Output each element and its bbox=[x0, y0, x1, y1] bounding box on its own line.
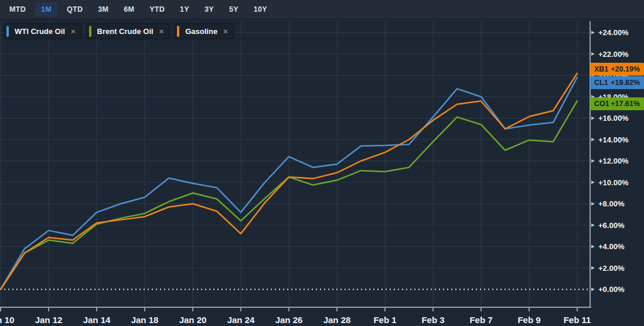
y-axis-label: +0.00% bbox=[598, 285, 625, 294]
y-axis-tick bbox=[591, 202, 595, 206]
legend-chip-co1[interactable]: Brent Crude Oil× bbox=[86, 23, 171, 39]
x-axis-label: Jan 26 bbox=[275, 315, 303, 325]
x-axis-label: Jan 10 bbox=[0, 315, 14, 325]
y-axis-tick bbox=[591, 117, 595, 120]
x-axis-label: Feb 11 bbox=[564, 315, 591, 325]
series-color-bar bbox=[177, 26, 179, 37]
legend-chip-label: WTI Crude Oil bbox=[15, 27, 65, 36]
x-axis-label: Feb 9 bbox=[517, 315, 540, 325]
remove-series-icon[interactable]: × bbox=[71, 27, 76, 36]
y-axis-tick bbox=[591, 181, 595, 184]
x-axis-label: Jan 12 bbox=[35, 315, 63, 325]
x-axis-label: Jan 28 bbox=[323, 315, 351, 325]
y-axis-tick bbox=[591, 288, 595, 291]
x-axis-label: Jan 24 bbox=[227, 315, 255, 325]
remove-series-icon[interactable]: × bbox=[223, 27, 228, 36]
y-axis-label: +8.00% bbox=[598, 199, 625, 208]
y-axis-label: +4.00% bbox=[598, 242, 625, 251]
line-chart[interactable]: Jan 10Jan 12Jan 14Jan 18Jan 20Jan 24Jan … bbox=[0, 0, 644, 326]
x-axis-label: Feb 7 bbox=[469, 315, 492, 325]
y-axis-tick bbox=[591, 266, 595, 270]
x-axis-label: Jan 18 bbox=[131, 315, 159, 325]
y-axis-tick bbox=[591, 245, 595, 249]
y-axis-label: +16.00% bbox=[598, 114, 629, 123]
y-axis-label: +10.00% bbox=[598, 178, 629, 187]
y-axis-label: +6.00% bbox=[598, 221, 625, 230]
y-axis-tick bbox=[591, 95, 595, 99]
y-axis-label: +2.00% bbox=[598, 264, 625, 273]
remove-series-icon[interactable]: × bbox=[159, 27, 164, 36]
legend-chip-cl1[interactable]: WTI Crude Oil× bbox=[4, 23, 82, 39]
x-axis-label: Jan 20 bbox=[179, 315, 207, 325]
series-color-bar bbox=[6, 26, 9, 37]
y-axis-label: +14.00% bbox=[598, 135, 629, 144]
y-axis-tick bbox=[591, 74, 595, 77]
legend-chip-label: Brent Crude Oil bbox=[97, 27, 154, 36]
y-axis-label: +18.00% bbox=[598, 93, 629, 101]
x-axis-label: Feb 1 bbox=[373, 315, 396, 325]
y-axis-tick bbox=[591, 138, 595, 141]
y-axis-tick bbox=[591, 159, 595, 163]
y-axis-tick bbox=[591, 31, 595, 35]
series-color-bar bbox=[89, 26, 91, 37]
y-axis-label: +24.00% bbox=[598, 28, 629, 37]
x-axis-label: Feb 3 bbox=[421, 315, 444, 325]
y-axis-tick bbox=[591, 223, 595, 227]
y-axis-tick bbox=[591, 52, 595, 56]
legend: WTI Crude Oil×Brent Crude Oil×Gasoline× bbox=[4, 23, 234, 39]
price-chart-panel: MTD1MQTD3M6MYTD1Y3Y5Y10Y WTI Crude Oil×B… bbox=[0, 0, 644, 326]
legend-chip-xb1[interactable]: Gasoline× bbox=[174, 23, 234, 39]
y-axis-label: +22.00% bbox=[598, 50, 629, 59]
y-axis-label: +12.00% bbox=[598, 157, 629, 165]
y-axis-label: +20.00% bbox=[598, 71, 629, 80]
x-axis-label: Jan 14 bbox=[83, 315, 111, 325]
legend-chip-label: Gasoline bbox=[185, 27, 217, 36]
